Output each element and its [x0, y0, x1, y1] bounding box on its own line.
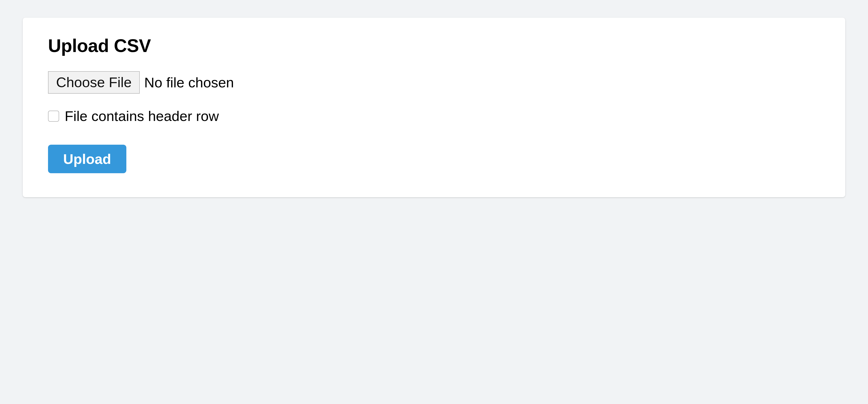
- header-row-checkbox-group: File contains header row: [48, 108, 820, 125]
- header-row-checkbox[interactable]: [48, 110, 59, 122]
- choose-file-button[interactable]: Choose File: [48, 71, 140, 94]
- header-row-checkbox-label[interactable]: File contains header row: [65, 108, 219, 125]
- upload-button[interactable]: Upload: [48, 145, 126, 173]
- file-input-row: Choose File No file chosen: [48, 71, 820, 94]
- upload-csv-card: Upload CSV Choose File No file chosen Fi…: [23, 18, 845, 197]
- card-title: Upload CSV: [48, 35, 820, 56]
- file-chosen-status: No file chosen: [144, 74, 234, 91]
